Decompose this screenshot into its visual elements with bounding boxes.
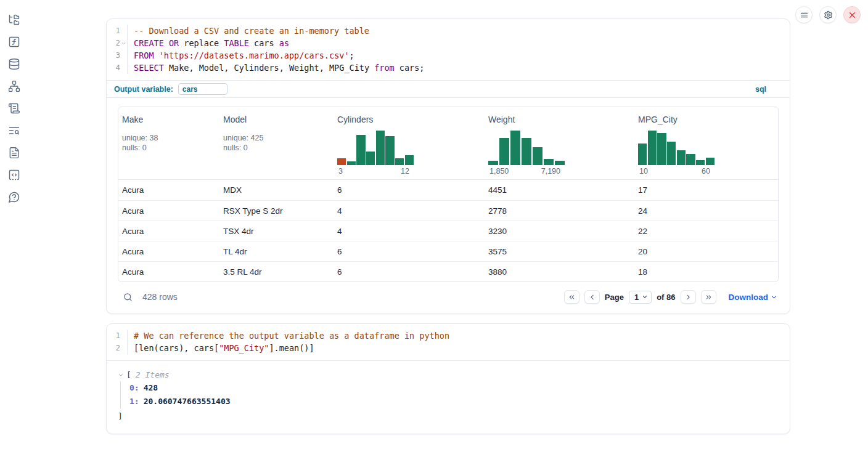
histogram-bar[interactable] bbox=[366, 152, 375, 165]
sidebar-item-data-sources[interactable] bbox=[8, 58, 20, 70]
download-label: Download bbox=[729, 293, 769, 302]
settings-button[interactable] bbox=[819, 6, 837, 23]
close-button[interactable] bbox=[843, 6, 861, 23]
page-select[interactable]: 1 bbox=[629, 291, 652, 304]
histogram-axis-label: 10 bbox=[639, 167, 648, 176]
chevron-down-icon bbox=[642, 294, 648, 300]
code-line: 4SELECT Make, Model, Cylinders, Weight, … bbox=[107, 62, 790, 74]
histogram-bar[interactable] bbox=[544, 159, 554, 165]
output-tree-head: [ 2 Items bbox=[118, 370, 790, 379]
line-number: 1 bbox=[107, 25, 120, 37]
sql-code-editor[interactable]: 1-- Download a CSV and create an in-memo… bbox=[107, 19, 790, 80]
menu-button[interactable] bbox=[795, 6, 813, 23]
last-page-button[interactable] bbox=[701, 290, 716, 304]
histogram-bar[interactable] bbox=[337, 158, 346, 165]
network-icon bbox=[8, 80, 20, 92]
table-row[interactable]: AcuraTSX 4dr4323022 bbox=[118, 220, 778, 241]
histogram-bar[interactable] bbox=[657, 133, 666, 165]
code-text: -- Download a CSV and create an in-memor… bbox=[127, 25, 790, 37]
histogram-bar[interactable] bbox=[533, 147, 542, 165]
table-row[interactable]: Acura3.5 RL 4dr6388018 bbox=[118, 261, 778, 281]
file-text-icon bbox=[8, 147, 20, 159]
histogram-bar[interactable] bbox=[405, 155, 414, 165]
sidebar-item-documentation[interactable] bbox=[8, 147, 20, 159]
histogram-bar[interactable] bbox=[686, 154, 695, 165]
column-name[interactable]: Model bbox=[223, 115, 334, 124]
histogram-bar[interactable] bbox=[385, 136, 394, 165]
chevrons-right-icon bbox=[705, 293, 713, 301]
output-list-item: 1:20.060747663551403 bbox=[129, 395, 790, 408]
histogram-bar[interactable] bbox=[347, 161, 356, 165]
table-cell: 4451 bbox=[485, 185, 634, 195]
download-button[interactable]: Download bbox=[729, 293, 778, 302]
histogram-bar[interactable] bbox=[677, 150, 686, 165]
code-text: CREATE OR replace TABLE cars as bbox=[127, 37, 790, 49]
code-line: 1# We can reference the output variable … bbox=[107, 330, 790, 342]
python-code-editor[interactable]: 1# We can reference the output variable … bbox=[107, 324, 790, 360]
histogram-bar[interactable] bbox=[395, 158, 404, 165]
column-name[interactable]: MPG_City bbox=[638, 115, 778, 124]
sidebar-item-help[interactable] bbox=[8, 191, 20, 203]
line-number: 2 bbox=[107, 37, 120, 49]
column-name[interactable]: Weight bbox=[488, 115, 634, 124]
table-body: AcuraMDX6445117AcuraRSX Type S 2dr427782… bbox=[118, 180, 778, 281]
histogram-bar[interactable] bbox=[522, 138, 531, 165]
histogram-bar[interactable] bbox=[376, 131, 385, 165]
line-number: 2 bbox=[107, 342, 120, 354]
histogram-bar[interactable] bbox=[696, 160, 705, 165]
first-page-button[interactable] bbox=[564, 290, 579, 304]
sidebar-item-search[interactable] bbox=[8, 124, 20, 137]
output-variable-input[interactable] bbox=[178, 83, 227, 95]
sidebar-item-logs[interactable] bbox=[8, 102, 20, 115]
table-cell: 17 bbox=[634, 185, 778, 195]
sidebar-item-snippets[interactable] bbox=[8, 169, 20, 181]
chevron-left-icon bbox=[588, 293, 596, 301]
sidebar-item-dependency-graph[interactable] bbox=[8, 80, 20, 92]
function-square-icon bbox=[8, 36, 20, 48]
histogram-bar[interactable] bbox=[638, 144, 647, 165]
table-cell: Acura bbox=[118, 185, 219, 195]
sidebar-item-file-explorer[interactable] bbox=[8, 14, 20, 26]
table-row[interactable]: AcuraTL 4dr6357520 bbox=[118, 241, 778, 261]
chevrons-left-icon bbox=[568, 293, 576, 301]
column-name[interactable]: Make bbox=[122, 115, 219, 124]
table-search-button[interactable] bbox=[123, 292, 133, 302]
page-total-label: of 86 bbox=[657, 293, 675, 302]
table-cell: TL 4dr bbox=[219, 247, 334, 256]
table-cell: RSX Type S 2dr bbox=[219, 206, 334, 216]
code-text: # We can reference the output variable a… bbox=[127, 330, 790, 342]
tree-collapse-button[interactable] bbox=[118, 372, 126, 378]
sidebar bbox=[0, 0, 28, 203]
histogram-bar[interactable] bbox=[510, 131, 520, 165]
histogram-bar[interactable] bbox=[356, 135, 365, 165]
histogram-bar[interactable] bbox=[488, 161, 498, 165]
table-row[interactable]: AcuraMDX6445117 bbox=[118, 180, 778, 200]
menu-icon bbox=[800, 10, 809, 20]
output-variable-label: Output variable: bbox=[114, 85, 173, 94]
output-variable-row: Output variable: sql bbox=[107, 80, 790, 98]
text-search-icon bbox=[8, 124, 20, 137]
table-column-header: Weight1,8507,190 bbox=[485, 115, 634, 176]
chevron-right-icon bbox=[684, 293, 692, 301]
histogram-bar[interactable] bbox=[706, 158, 714, 165]
fold-chevron-icon[interactable] bbox=[120, 37, 127, 49]
table-cell: 4 bbox=[334, 227, 485, 236]
histogram-bar[interactable] bbox=[555, 161, 565, 165]
sidebar-item-functions[interactable] bbox=[8, 36, 20, 48]
table-row[interactable]: AcuraRSX Type S 2dr4277824 bbox=[118, 200, 778, 220]
line-number: 3 bbox=[107, 49, 120, 62]
table-cell: 4 bbox=[334, 206, 485, 216]
close-bracket: ] bbox=[118, 410, 790, 423]
table-cell: Acura bbox=[118, 247, 219, 256]
next-page-button[interactable] bbox=[681, 290, 696, 304]
histogram-bar[interactable] bbox=[499, 138, 509, 165]
histogram-axis-label: 60 bbox=[702, 167, 710, 176]
page-label: Page bbox=[605, 293, 624, 302]
histogram-bar[interactable] bbox=[667, 142, 676, 165]
table-column-header: MPG_City1060 bbox=[634, 115, 778, 176]
histogram-bar[interactable] bbox=[648, 131, 657, 165]
previous-page-button[interactable] bbox=[584, 290, 600, 304]
chevron-down-icon bbox=[118, 372, 124, 378]
column-name[interactable]: Cylinders bbox=[337, 115, 485, 124]
table-cell: 6 bbox=[334, 247, 485, 256]
